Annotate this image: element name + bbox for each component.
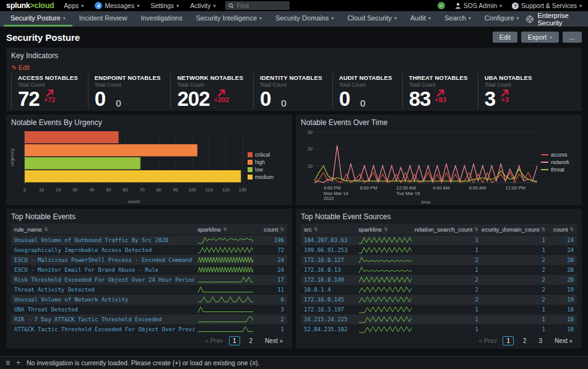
drilldown-link[interactable]: ESCU - Monitor Email For Brand Abuse - R… bbox=[14, 267, 158, 273]
drilldown-link[interactable]: RIR - 7 Day ATT&CK Tactic Threshold Exce… bbox=[14, 316, 162, 323]
sparkline-chart bbox=[197, 306, 253, 313]
support-menu[interactable]: ? Support & Services▾ bbox=[512, 2, 582, 9]
investigations-list-icon[interactable]: ≡ bbox=[6, 358, 10, 367]
overtime-line-chart[interactable]: 1020304:00 PMMon Mar 1420228:00 PM12:00 … bbox=[298, 128, 541, 205]
cell-src[interactable]: 52.84.235.102 bbox=[301, 326, 355, 332]
drilldown-link[interactable]: Unusual Volume of Outbound Traffic By Sr… bbox=[14, 237, 168, 243]
drilldown-link[interactable]: ATT&CK Tactic Threshold Exceeded For Obj… bbox=[14, 326, 194, 332]
drilldown-link[interactable]: 34.215.24.225 bbox=[304, 316, 347, 323]
cell-rule-name[interactable]: ESCU - Malicious PowerShell Process - En… bbox=[11, 257, 194, 263]
drilldown-link[interactable]: 52.84.235.102 bbox=[304, 326, 347, 332]
health-status-icon[interactable]: ✓ bbox=[438, 2, 445, 9]
drilldown-link[interactable]: ESCU - Malicious PowerShell Process - En… bbox=[14, 257, 194, 263]
drilldown-link[interactable]: 10.0.1.4 bbox=[304, 287, 331, 293]
cell-rule-name[interactable]: Risk Threshold Exceeded For Object Over … bbox=[11, 277, 194, 283]
cell-rule-name[interactable]: Unusual Volume of Outbound Traffic By Sr… bbox=[11, 237, 194, 243]
nav-tab-security-intelligence[interactable]: Security Intelligence▾ bbox=[189, 11, 269, 27]
nav-tab-security-posture[interactable]: Security Posture▾ bbox=[4, 11, 72, 27]
drilldown-link[interactable]: 172.16.0.145 bbox=[304, 297, 344, 303]
table-row: ESCU - Monitor Email For Brand Abuse - R… bbox=[11, 265, 287, 275]
cell-value: 1 bbox=[542, 316, 545, 323]
cell-src[interactable]: 34.215.24.225 bbox=[301, 316, 355, 323]
more-button[interactable]: ... bbox=[563, 32, 582, 43]
pager-next[interactable]: Next » bbox=[262, 337, 286, 345]
pager-page-2[interactable]: 2 bbox=[520, 337, 530, 345]
pager-prev[interactable]: « Prev bbox=[205, 337, 223, 344]
svg-text:Tue Mar 15: Tue Mar 15 bbox=[396, 191, 420, 196]
drilldown-link[interactable]: UBA Threat Detected bbox=[14, 306, 78, 313]
nav-tab-security-domains[interactable]: Security Domains▾ bbox=[269, 11, 340, 27]
column-header-correlation-search-count[interactable]: correlation_search_count⇅ bbox=[415, 226, 482, 233]
find-input[interactable] bbox=[236, 2, 286, 9]
nav-tab-investigations[interactable]: Investigations bbox=[134, 11, 189, 27]
topbar-menu-apps[interactable]: Apps▾ bbox=[64, 2, 84, 9]
column-header-sparkline[interactable]: sparkline⇅ bbox=[355, 226, 415, 233]
nav-tab-label: Security Intelligence bbox=[196, 14, 257, 22]
drilldown-link[interactable]: 172.16.0.149 bbox=[304, 277, 344, 283]
cell-rule-name[interactable]: Geographically Improbable Access Detecte… bbox=[11, 247, 194, 253]
table-row: Risk Threshold Exceeded For Object Over … bbox=[11, 275, 287, 285]
cell-rule-name[interactable]: Threat Activity Detected bbox=[11, 287, 194, 293]
cell-rule-name[interactable]: Unusual Volume of Network Activity bbox=[11, 297, 194, 303]
topbar-menu-messages[interactable]: 4Messages▾ bbox=[95, 2, 139, 9]
table-row: 10.0.1.42219 bbox=[301, 285, 577, 295]
column-header-security-domain-count[interactable]: security_domain_count⇅ bbox=[482, 226, 548, 233]
tables-row: Top Notable Events rule_name⇅sparkline⇅c… bbox=[6, 209, 582, 349]
cell-rule-name[interactable]: UBA Threat Detected bbox=[11, 306, 194, 313]
cell-correlation-search-count: 2 bbox=[415, 287, 482, 293]
cell-src[interactable]: 172.16.3.197 bbox=[301, 306, 355, 313]
add-investigation-icon[interactable]: + bbox=[16, 358, 20, 367]
edit-key-indicators-link[interactable]: ✎Edit bbox=[6, 63, 35, 72]
topbar-menu-settings[interactable]: Settings▾ bbox=[150, 2, 179, 9]
cell-src[interactable]: 172.16.0.145 bbox=[301, 297, 355, 303]
find-search[interactable] bbox=[225, 1, 290, 10]
urgency-bar-chart[interactable]: 0102030405060708090100110120130counturge… bbox=[9, 128, 248, 205]
nav-tab-audit[interactable]: Audit▾ bbox=[404, 11, 438, 27]
pager-page-3[interactable]: 3 bbox=[536, 337, 546, 345]
pager-page-2[interactable]: 2 bbox=[246, 337, 256, 345]
column-header-sparkline[interactable]: sparkline⇅ bbox=[194, 226, 256, 233]
column-header-count[interactable]: count⇅ bbox=[548, 226, 577, 233]
topbar-menu-activity[interactable]: Activity▾ bbox=[190, 2, 215, 9]
app-badge[interactable]: Enterprise Security bbox=[526, 11, 588, 27]
cell-src[interactable]: 172.16.0.13 bbox=[301, 267, 355, 273]
pager-next[interactable]: Next » bbox=[551, 337, 576, 345]
svg-text:130: 130 bbox=[239, 187, 247, 193]
cell-security-domain-count: 2 bbox=[482, 257, 548, 263]
cell-rule-name[interactable]: RIR - 7 Day ATT&CK Tactic Threshold Exce… bbox=[11, 316, 194, 323]
pager-page-1[interactable]: 1 bbox=[503, 336, 514, 345]
column-header-src[interactable]: src⇅ bbox=[301, 226, 355, 233]
cell-rule-name[interactable]: ESCU - Monitor Email For Brand Abuse - R… bbox=[11, 267, 194, 273]
drilldown-link[interactable]: 199.66.91.253 bbox=[304, 247, 347, 253]
cell-sparkline bbox=[355, 276, 415, 284]
drilldown-link[interactable]: 172.16.0.13 bbox=[304, 267, 341, 273]
drilldown-link[interactable]: Threat Activity Detected bbox=[14, 287, 95, 293]
drilldown-link[interactable]: 172.16.3.197 bbox=[304, 306, 344, 313]
export-button[interactable]: Export▾ bbox=[521, 32, 559, 43]
cell-src[interactable]: 10.0.1.4 bbox=[301, 287, 355, 293]
pager-prev[interactable]: « Prev bbox=[479, 337, 497, 344]
column-header-count[interactable]: count⇅ bbox=[256, 226, 287, 233]
nav-tab-search[interactable]: Search▾ bbox=[438, 11, 478, 27]
edit-button[interactable]: Edit bbox=[493, 32, 517, 43]
user-menu[interactable]: SOS Admin▾ bbox=[455, 2, 502, 9]
splunk-logo[interactable]: splunk>cloud bbox=[6, 1, 54, 10]
legend-item-threat: threat bbox=[541, 167, 569, 173]
table-row: Geographically Improbable Access Detecte… bbox=[11, 245, 287, 255]
pager-page-1[interactable]: 1 bbox=[229, 336, 240, 345]
cell-src[interactable]: 172.16.0.149 bbox=[301, 277, 355, 283]
drilldown-link[interactable]: Unusual Volume of Network Activity bbox=[14, 297, 128, 303]
kpi-label: NETWORK NOTABLES bbox=[177, 74, 243, 81]
cell-src[interactable]: 199.66.91.253 bbox=[301, 247, 355, 253]
drilldown-link[interactable]: Risk Threshold Exceeded For Object Over … bbox=[14, 277, 194, 283]
drilldown-link[interactable]: 104.207.83.63 bbox=[304, 237, 347, 243]
drilldown-link[interactable]: 172.16.0.127 bbox=[304, 257, 344, 263]
cell-src[interactable]: 172.16.0.127 bbox=[301, 257, 355, 263]
cell-src[interactable]: 104.207.83.63 bbox=[301, 237, 355, 243]
nav-tab-configure[interactable]: Configure▾ bbox=[478, 11, 526, 27]
nav-tab-incident-review[interactable]: Incident Review bbox=[72, 11, 134, 27]
column-header-rule-name[interactable]: rule_name⇅ bbox=[11, 226, 194, 233]
drilldown-link[interactable]: Geographically Improbable Access Detecte… bbox=[14, 247, 152, 253]
cell-rule-name[interactable]: ATT&CK Tactic Threshold Exceeded For Obj… bbox=[11, 326, 194, 332]
nav-tab-cloud-security[interactable]: Cloud Security▾ bbox=[340, 11, 404, 27]
